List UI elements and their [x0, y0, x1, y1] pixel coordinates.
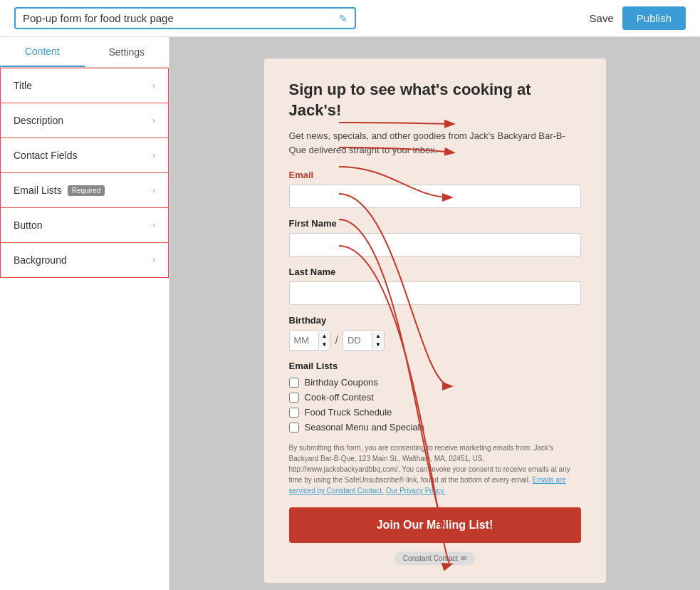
- birthday-mm-wrapper: ▲ ▼: [289, 330, 331, 351]
- mm-up-button[interactable]: ▲: [319, 332, 330, 341]
- main-layout: Content Settings Title › Description › C…: [0, 37, 700, 590]
- checkbox-birthday[interactable]: [289, 378, 299, 388]
- top-actions: Save Publish: [590, 6, 686, 30]
- chevron-right-icon: ›: [152, 255, 155, 265]
- birthday-dd-wrapper: ▲ ▼: [343, 330, 385, 351]
- sidebar-item-title-label: Title: [14, 80, 32, 91]
- form-heading: Sign up to see what's cooking at Jack's!: [289, 80, 581, 120]
- cc-logo-icon: ✉: [461, 554, 466, 562]
- email-lists-title: Email Lists: [289, 361, 581, 371]
- sidebar-item-description-label: Description: [14, 115, 63, 126]
- sidebar-items: Title › Description › Contact Fields › E…: [0, 68, 169, 278]
- chevron-right-icon: ›: [152, 81, 155, 90]
- list-item-cookoff: Cook-off Contest: [289, 392, 581, 403]
- privacy-link[interactable]: Our Privacy Policy.: [386, 487, 446, 495]
- list-item-seasonal: Seasonal Menu and Specials: [289, 422, 581, 433]
- birthday-row: ▲ ▼ / ▲ ▼: [289, 330, 581, 351]
- birthday-dd-input[interactable]: [343, 331, 372, 350]
- chevron-right-icon: ›: [152, 115, 155, 125]
- sidebar: Content Settings Title › Description › C…: [0, 37, 169, 590]
- sidebar-item-contact-fields-label: Contact Fields: [14, 150, 77, 161]
- birthday-mm-spinner: ▲ ▼: [318, 332, 330, 349]
- chevron-right-icon: ›: [152, 150, 155, 160]
- list-item-cookoff-label: Cook-off Contest: [305, 392, 374, 403]
- first-name-field-group: First Name: [289, 218, 581, 257]
- form-description: Get news, specials, and other goodies fr…: [289, 129, 581, 157]
- birthday-label: Birthday: [289, 315, 581, 326]
- chevron-right-icon: ›: [152, 220, 155, 230]
- sidebar-item-background-label: Background: [14, 254, 67, 266]
- list-item-seasonal-label: Seasonal Menu and Specials: [305, 422, 424, 433]
- submit-button[interactable]: Join Our Mailing List!: [289, 507, 581, 543]
- dd-up-button[interactable]: ▲: [372, 332, 384, 341]
- tab-content[interactable]: Content: [0, 37, 85, 67]
- list-item-foodtruck-label: Food Truck Schedule: [305, 407, 392, 418]
- sidebar-item-button-label: Button: [14, 219, 42, 231]
- last-name-input[interactable]: [289, 281, 581, 305]
- first-name-label: First Name: [289, 218, 581, 229]
- birthday-field-group: Birthday ▲ ▼ / ▲ ▼: [289, 315, 581, 351]
- sidebar-item-email-lists-label: Email Lists Required: [14, 185, 105, 196]
- sidebar-item-contact-fields[interactable]: Contact Fields ›: [0, 138, 169, 172]
- sidebar-item-button[interactable]: Button ›: [0, 207, 169, 242]
- title-input-wrapper: ✎: [14, 7, 356, 29]
- email-label: Email: [289, 170, 581, 180]
- first-name-input[interactable]: [289, 233, 581, 257]
- required-badge: Required: [68, 185, 105, 196]
- sidebar-item-background[interactable]: Background ›: [0, 242, 169, 278]
- sidebar-tabs: Content Settings: [0, 37, 169, 68]
- publish-button[interactable]: Publish: [622, 6, 686, 30]
- top-bar: ✎ Save Publish: [0, 0, 700, 37]
- save-button[interactable]: Save: [590, 12, 614, 24]
- birthday-mm-input[interactable]: [290, 331, 318, 350]
- consent-text: By submitting this form, you are consent…: [289, 442, 581, 496]
- last-name-field-group: Last Name: [289, 266, 581, 305]
- list-item-birthday: Birthday Coupons: [289, 377, 581, 388]
- checkbox-cookoff[interactable]: [289, 393, 299, 403]
- sidebar-item-description[interactable]: Description ›: [0, 103, 169, 138]
- checkbox-foodtruck[interactable]: [289, 408, 299, 418]
- mm-down-button[interactable]: ▼: [319, 341, 330, 349]
- tab-settings[interactable]: Settings: [85, 37, 169, 67]
- dd-down-button[interactable]: ▼: [372, 341, 384, 349]
- email-field-group: Email: [289, 170, 581, 208]
- edit-icon[interactable]: ✎: [339, 13, 348, 24]
- checkbox-seasonal[interactable]: [289, 423, 299, 433]
- list-item-birthday-label: Birthday Coupons: [305, 377, 378, 388]
- birthday-dd-spinner: ▲ ▼: [372, 332, 384, 349]
- cc-badge-label: Constant Contact: [403, 554, 458, 562]
- birthday-separator: /: [335, 334, 338, 347]
- sidebar-item-title[interactable]: Title ›: [0, 68, 169, 103]
- preview-area: Sign up to see what's cooking at Jack's!…: [169, 37, 700, 590]
- email-input[interactable]: [289, 185, 581, 208]
- sidebar-item-email-lists[interactable]: Email Lists Required ›: [0, 172, 169, 207]
- form-title-input[interactable]: [23, 12, 339, 24]
- chevron-right-icon: ›: [152, 185, 155, 195]
- cc-badge-inner: Constant Contact ✉: [395, 552, 475, 565]
- list-item-foodtruck: Food Truck Schedule: [289, 407, 581, 418]
- email-lists-section: Email Lists Birthday Coupons Cook-off Co…: [289, 361, 581, 433]
- form-card: Sign up to see what's cooking at Jack's!…: [264, 58, 606, 583]
- last-name-label: Last Name: [289, 266, 581, 277]
- cc-badge: Constant Contact ✉: [289, 552, 581, 565]
